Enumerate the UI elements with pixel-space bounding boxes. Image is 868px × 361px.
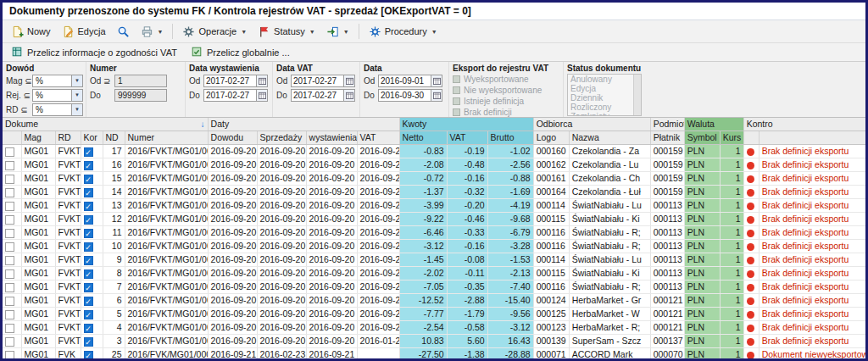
column-header-rd[interactable]: RD: [55, 131, 81, 145]
table-row[interactable]: MG01FVKT✓172016/FVKT/MG01/00002016-09-20…: [3, 145, 865, 158]
cell-kor-checkbox[interactable]: ✓: [81, 335, 103, 348]
column-header-numer[interactable]: Numer: [125, 131, 208, 145]
column-header-kurs[interactable]: Kurs: [720, 131, 743, 145]
column-header-nazwa[interactable]: Nazwa: [569, 131, 650, 145]
data-od-input[interactable]: 2016-09-01: [378, 75, 442, 87]
cell-kor-checkbox[interactable]: ✓: [81, 280, 103, 294]
data-wystawienia-od-input[interactable]: 2017-02-27: [203, 75, 268, 87]
row-select-checkbox[interactable]: [3, 145, 21, 158]
cell-kor-checkbox[interactable]: ✓: [81, 294, 103, 308]
group-header-podmioty[interactable]: Podmioty: [650, 118, 684, 131]
row-select-checkbox[interactable]: [3, 253, 21, 267]
print-button[interactable]: ▼: [136, 23, 169, 41]
row-select-checkbox[interactable]: [3, 267, 21, 280]
status-option[interactable]: Anulowany: [568, 75, 641, 84]
numer-do-input[interactable]: 999999: [114, 89, 167, 102]
edit-button[interactable]: Edycja: [57, 23, 111, 41]
export-button[interactable]: ▼: [321, 23, 354, 41]
group-header-daty[interactable]: Daty: [208, 118, 399, 131]
cell-kor-checkbox[interactable]: ✓: [81, 267, 103, 280]
cell-kor-checkbox[interactable]: ✓: [81, 199, 103, 213]
cell-kor-checkbox[interactable]: ✓: [81, 186, 103, 199]
row-select-checkbox[interactable]: [3, 158, 21, 172]
table-row[interactable]: MG01FVKT✓92016/FVKT/MG01/00002016-09-202…: [3, 253, 865, 267]
row-select-checkbox[interactable]: [3, 226, 21, 240]
table-row[interactable]: MG01FVK✓252016/FVK/MG01/000022016-09-212…: [3, 348, 865, 359]
column-header-kor[interactable]: Kor: [81, 131, 103, 145]
column-header-status[interactable]: [759, 131, 865, 145]
row-select-checkbox[interactable]: [3, 348, 21, 359]
operations-button[interactable]: Operacje ▼: [177, 23, 252, 41]
eksport-option[interactable]: Brak definicji: [453, 107, 560, 117]
group-header-waluta[interactable]: Waluta: [684, 118, 743, 131]
rd-filter-select[interactable]: % ▼: [32, 103, 83, 116]
table-row[interactable]: MG01FVKT✓42016/FVKT/MG01/00002016-09-202…: [3, 321, 865, 335]
row-select-checkbox[interactable]: [3, 186, 21, 199]
column-header-select[interactable]: [3, 131, 21, 145]
status-option[interactable]: Zamknięty: [568, 112, 641, 116]
table-row[interactable]: MG01FVKT✓152016/FVKT/MG01/00002016-09-20…: [3, 172, 865, 186]
table-row[interactable]: MG01FVKT✓52016/FVKT/MG01/00002016-09-202…: [3, 308, 865, 321]
calendar-icon[interactable]: [431, 75, 442, 86]
row-select-checkbox[interactable]: [3, 308, 21, 321]
search-button[interactable]: [112, 23, 135, 41]
group-header-dokument[interactable]: Dokume↓: [3, 118, 208, 131]
column-header-netto[interactable]: Netto: [399, 131, 447, 145]
data-vat-do-input[interactable]: 2017-02-27: [291, 89, 355, 102]
mag-filter-select[interactable]: % ▼: [32, 75, 83, 87]
row-select-checkbox[interactable]: [3, 172, 21, 186]
data-wystawienia-do-input[interactable]: 2017-02-27: [203, 89, 268, 102]
data-do-input[interactable]: 2016-09-30: [378, 89, 442, 102]
row-select-checkbox[interactable]: [3, 280, 21, 294]
numer-od-input[interactable]: 1: [114, 75, 167, 87]
data-vat-od-input[interactable]: 2017-02-27: [291, 75, 355, 87]
recalc-vat-button[interactable]: Przelicz informacje o zgodności VAT: [6, 43, 182, 61]
eksport-option[interactable]: Istnieje definicja: [453, 96, 560, 107]
table-row[interactable]: MG01FVKT✓82016/FVKT/MG01/00002016-09-202…: [3, 267, 865, 280]
row-select-checkbox[interactable]: [3, 321, 21, 335]
table-row[interactable]: MG01FVKT✓142016/FVKT/MG01/00002016-09-20…: [3, 186, 865, 199]
column-header-brutto[interactable]: Brutto: [487, 131, 533, 145]
calendar-icon[interactable]: [431, 90, 442, 101]
cell-kor-checkbox[interactable]: ✓: [81, 172, 103, 186]
cell-kor-checkbox[interactable]: ✓: [81, 145, 103, 158]
table-row[interactable]: MG01FVKT✓112016/FVKT/MG01/00002016-09-20…: [3, 226, 865, 240]
column-header-status-dot[interactable]: [743, 131, 759, 145]
column-header-mag[interactable]: Mag: [21, 131, 55, 145]
new-button[interactable]: Nowy: [6, 23, 56, 41]
calendar-icon[interactable]: [256, 75, 267, 86]
column-header-vat-date[interactable]: VAT: [357, 131, 399, 145]
group-header-kwoty[interactable]: Kwoty: [399, 118, 533, 131]
group-header-kontrola[interactable]: Kontro: [743, 118, 865, 131]
table-row[interactable]: MG01FVKT✓102016/FVKT/MG01/00002016-09-20…: [3, 240, 865, 253]
column-header-wystawienia[interactable]: wystawienia: [306, 131, 357, 145]
cell-kor-checkbox[interactable]: ✓: [81, 321, 103, 335]
eksport-option[interactable]: Nie wyeksportowane: [453, 85, 560, 96]
cell-kor-checkbox[interactable]: ✓: [81, 213, 103, 226]
rej-filter-select[interactable]: % ▼: [32, 89, 83, 102]
row-select-checkbox[interactable]: [3, 240, 21, 253]
calendar-icon[interactable]: [256, 90, 267, 101]
column-header-vat[interactable]: VAT: [447, 131, 487, 145]
row-select-checkbox[interactable]: [3, 199, 21, 213]
recalc-global-button[interactable]: Przelicz globalnie ...: [186, 43, 295, 61]
scrollbar[interactable]: [633, 75, 641, 115]
status-option[interactable]: Rozliczony: [568, 103, 641, 112]
cell-kor-checkbox[interactable]: ✓: [81, 226, 103, 240]
calendar-icon[interactable]: [343, 90, 354, 101]
column-header-sprzedazy[interactable]: Sprzedaży: [257, 131, 306, 145]
row-select-checkbox[interactable]: [3, 213, 21, 226]
column-header-platnik[interactable]: Płatnik: [650, 131, 684, 145]
cell-kor-checkbox[interactable]: ✓: [81, 308, 103, 321]
group-header-odbiorca[interactable]: Odbiorca: [533, 118, 650, 131]
table-row[interactable]: MG01FVKT✓32016/FVKT/MG01/00002016-09-202…: [3, 335, 865, 348]
eksport-option[interactable]: Wyeksportowane: [453, 74, 560, 85]
table-row[interactable]: MG01FVKT✓162016/FVKT/MG01/00002016-09-20…: [3, 158, 865, 172]
table-row[interactable]: MG01FVKT✓122016/FVKT/MG01/00002016-09-20…: [3, 213, 865, 226]
status-option[interactable]: Edycja: [568, 84, 641, 93]
statuses-button[interactable]: Statusy ▼: [253, 23, 320, 41]
status-options-list[interactable]: AnulowanyEdycjaDziennikRozliczonyZamknię…: [567, 74, 642, 116]
calendar-icon[interactable]: [343, 75, 354, 86]
cell-kor-checkbox[interactable]: ✓: [81, 158, 103, 172]
table-row[interactable]: MG01FVKT✓62016/FVKT/MG01/00002016-09-202…: [3, 294, 865, 308]
